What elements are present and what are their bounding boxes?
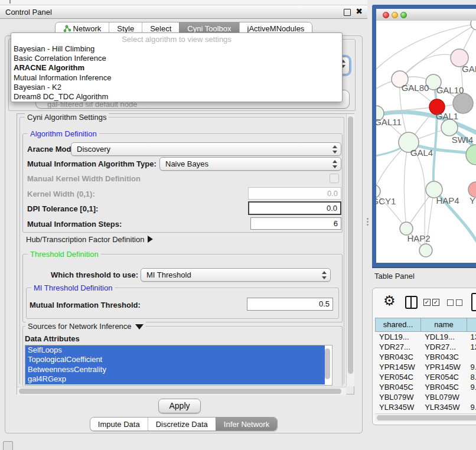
table-cell: YBR045C — [420, 382, 466, 392]
table-header-cell[interactable]: A — [467, 318, 476, 332]
node-label: HAP2 — [407, 233, 430, 243]
splitter-handle-icon[interactable] — [367, 218, 369, 220]
mi-threshold-field[interactable]: 0.5 — [247, 298, 333, 311]
kernel-width-field[interactable]: 0.0 — [248, 187, 341, 200]
table-cell: YBL079W — [420, 392, 466, 402]
attribute-item[interactable]: SelfLoops — [25, 345, 325, 355]
table-cell: YDL19... — [375, 332, 420, 342]
mi-steps-label: Mutual Information Steps: — [27, 220, 122, 229]
table-row[interactable]: YER054CYER054C8. — [375, 372, 476, 382]
minimize-traffic-light-icon[interactable] — [392, 12, 398, 18]
table-cell: YBL079W — [375, 392, 420, 402]
scrollbar-thumb[interactable] — [377, 415, 476, 420]
mi-type-combo[interactable]: Naive Bayes — [159, 157, 341, 171]
network-view-window[interactable]: GALGAL80GAL10GAL1GAL11SWI4GAL4GCY1HAP4YH… — [372, 5, 476, 267]
tab-discretize-data[interactable]: Discretize Data — [148, 418, 216, 431]
table-row[interactable]: YLR345WYLR345W9. — [375, 402, 476, 412]
table-row[interactable]: YBL079WYBL079W — [375, 392, 476, 402]
zoom-traffic-light-icon[interactable] — [400, 12, 407, 18]
table-cell: 9. — [466, 402, 476, 412]
dpi-tolerance-field[interactable]: 0.0 — [248, 201, 341, 215]
attribute-item[interactable]: gal4RGexp — [25, 374, 325, 384]
network-graph: GALGAL80GAL10GAL1GAL11SWI4GAL4GCY1HAP4YH… — [376, 21, 476, 263]
gear-icon[interactable]: ⚙ — [383, 294, 396, 308]
splitter-handle-icon[interactable] — [367, 224, 369, 226]
algorithm-option[interactable]: Mutual Information Inference — [11, 73, 342, 83]
network-node[interactable] — [419, 244, 432, 257]
deselect-all-checkbox-icon[interactable] — [447, 299, 454, 306]
table-header-cell[interactable]: shared... — [375, 318, 421, 332]
tab-impute-data[interactable]: Impute Data — [90, 418, 148, 431]
network-node[interactable] — [453, 93, 473, 113]
scrollbar-thumb[interactable] — [348, 116, 353, 374]
manual-kernel-checkbox[interactable] — [330, 174, 339, 183]
table-cell: 9. — [466, 362, 476, 372]
settings-vertical-scrollbar[interactable] — [346, 114, 354, 386]
table-cell: YBR045C — [375, 382, 420, 392]
table-row[interactable]: YBR043CYBR043C — [375, 352, 476, 362]
table-cell: YER054C — [420, 372, 466, 382]
mi-type-label: Mutual Information Algorithm Type: — [27, 159, 157, 168]
attribute-item[interactable]: TopologicalCoefficient — [25, 355, 325, 364]
close-traffic-light-icon[interactable] — [383, 12, 389, 18]
sources-title-toggle[interactable]: Sources for Network Inference — [25, 322, 146, 331]
scrollbar-thumb[interactable] — [19, 389, 341, 394]
data-attributes-list[interactable]: SelfLoopsTopologicalCoefficientBetweenne… — [25, 345, 332, 386]
table-cell: 8. — [466, 372, 476, 382]
manual-kernel-label: Manual Kernel Width Definition — [27, 174, 141, 183]
table-row[interactable]: YPR145WYPR145W9. — [375, 362, 476, 372]
show-columns-icon[interactable] — [405, 296, 418, 309]
settings-horizontal-scrollbar[interactable] — [17, 387, 346, 395]
collapsed-panel-icon[interactable] — [3, 441, 13, 450]
combo-arrows-icon — [332, 159, 337, 169]
network-node[interactable] — [441, 119, 458, 136]
algorithm-option[interactable]: Dream8 DC_TDC Algorithm — [11, 92, 342, 102]
table-horizontal-scrollbar[interactable] — [375, 413, 476, 422]
table-cell: YPR145W — [375, 362, 420, 372]
node-label: GAL4 — [410, 148, 433, 158]
mi-threshold-label: Mutual Information Threshold: — [30, 301, 141, 309]
control-panel-titlebar: Control Panel ✖ — [0, 5, 367, 19]
table-row[interactable]: YDL19...YDL19...13 — [375, 332, 476, 342]
node-label: GAL11 — [376, 117, 402, 127]
splitter-handle-icon[interactable] — [367, 221, 369, 223]
tab-infer-network[interactable]: Infer Network — [216, 418, 277, 431]
table-rows: YDL19...YDL19...13YDR27...YDR27...12YBR0… — [375, 332, 476, 415]
table-row[interactable]: YDR27...YDR27...12 — [375, 342, 476, 352]
select-all-checkbox-icon[interactable]: ✓ — [423, 299, 431, 306]
threshold-definition-title: Threshold Definition — [28, 250, 101, 259]
table-panel-window: ⚙ ✓ ✓ shared...nameA YDL19...YDL19...13Y… — [372, 288, 476, 425]
network-node[interactable] — [471, 21, 476, 30]
close-icon[interactable]: ✖ — [356, 6, 363, 16]
algorithm-definition-title: Algorithm Definition — [28, 129, 99, 138]
algorithm-option[interactable]: Bayesian - K2 — [11, 83, 342, 92]
apply-button[interactable]: Apply — [158, 399, 201, 413]
algorithm-option[interactable]: Bayesian - Hill Climbing — [11, 44, 342, 54]
aracne-mode-value: Discovery — [77, 145, 110, 154]
node-label: GAL — [462, 64, 476, 74]
aracne-mode-combo[interactable]: Discovery — [71, 142, 341, 156]
table-cell: 12 — [466, 342, 476, 352]
attribute-item[interactable]: BetweennessCentrality — [25, 365, 325, 374]
new-table-icon[interactable] — [471, 293, 476, 311]
which-threshold-combo[interactable]: MI Threshold — [141, 268, 331, 282]
table-row[interactable]: YBR045CYBR045C9. — [375, 382, 476, 392]
node-label: Y — [470, 195, 475, 206]
bottom-tab-group: Impute DataDiscretize DataInfer Network — [90, 417, 278, 431]
mi-steps-field[interactable]: 6 — [250, 217, 341, 230]
algorithm-option[interactable]: ARACNE Algorithm — [11, 63, 342, 73]
hub-section-toggle[interactable]: Hub/Transcription Factor Definition — [26, 235, 153, 244]
deselect-all-checkbox-icon[interactable] — [456, 299, 462, 306]
list-scrollbar-thumb[interactable] — [325, 348, 330, 379]
table-header-cell[interactable]: name — [421, 318, 467, 332]
expand-down-icon — [135, 324, 144, 330]
network-canvas[interactable]: GALGAL80GAL10GAL1GAL11SWI4GAL4GCY1HAP4YH… — [376, 21, 476, 263]
table-cell: 13 — [466, 332, 476, 342]
table-cell: YPR145W — [420, 362, 466, 372]
algorithm-option[interactable]: Basic Correlation Inference — [11, 54, 342, 63]
float-window-icon[interactable] — [344, 9, 351, 16]
network-window-titlebar[interactable] — [376, 9, 476, 21]
select-all-checkbox-icon[interactable]: ✓ — [432, 299, 439, 306]
network-node[interactable] — [466, 145, 476, 165]
table-cell: YDR27... — [375, 342, 420, 352]
